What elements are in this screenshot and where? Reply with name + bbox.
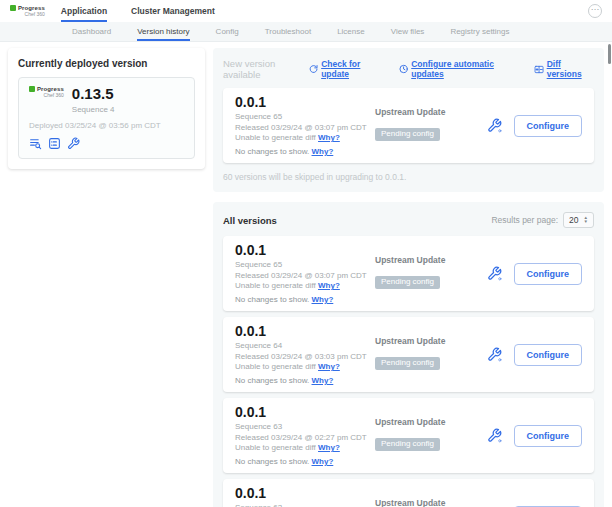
edit-config-icon[interactable] xyxy=(487,428,502,443)
release-diff-note: Unable to generate diff Why? xyxy=(235,133,367,144)
release-sequence: Sequence 64 xyxy=(235,341,367,352)
release-version: 0.0.1 xyxy=(235,323,367,339)
release-row: 0.0.1 Sequence 63 Released 03/29/24 @ 02… xyxy=(223,398,594,473)
console-subnav: DashboardVersion historyConfigTroublesho… xyxy=(0,22,612,42)
new-version-section: New version available Check for update xyxy=(213,48,604,192)
deployed-version-number: 0.13.5 xyxy=(72,86,115,102)
release-row: 0.0.1 Sequence 65 Released 03/29/24 @ 03… xyxy=(223,236,594,311)
configure-button[interactable]: Configure xyxy=(514,425,583,447)
logo-text-line2: Chef 360 xyxy=(25,12,45,17)
release-timestamp: Released 03/29/24 @ 02:27 pm CDT xyxy=(235,433,367,444)
clock-icon xyxy=(399,64,408,74)
edit-config-icon[interactable] xyxy=(487,118,502,133)
release-row: 0.0.1 Sequence 64 Released 03/29/24 @ 03… xyxy=(223,317,594,392)
release-type-label: Upstream Update xyxy=(375,417,479,427)
subnav-tab[interactable]: Version history xyxy=(137,22,189,41)
all-versions-section: All versions Results per page: 20 ▲▼ xyxy=(213,202,604,507)
release-type-label: Upstream Update xyxy=(375,107,479,117)
release-changes-note: No changes to show. Why? xyxy=(235,457,367,468)
deployed-sequence: Sequence 4 xyxy=(72,105,115,114)
diff-why-link[interactable]: Why? xyxy=(318,281,340,290)
release-diff-note: Unable to generate diff Why? xyxy=(235,362,367,373)
version-actions: Check for update Configure automatic upd… xyxy=(309,59,594,79)
edit-config-icon[interactable] xyxy=(67,137,80,150)
diff-why-link[interactable]: Why? xyxy=(318,443,340,452)
release-sequence: Sequence 63 xyxy=(235,422,367,433)
diff-why-link[interactable]: Why? xyxy=(318,133,340,142)
release-changes-note: No changes to show. Why? xyxy=(235,295,367,306)
currently-deployed-panel: Currently deployed version Progress Chef… xyxy=(8,48,205,169)
diff-versions-link[interactable]: Diff versions xyxy=(534,59,594,79)
scrollbar-thumb[interactable] xyxy=(608,44,611,64)
deployed-version-card: Progress Chef 360 0.13.5 Sequence 4 Depl… xyxy=(18,77,195,159)
release-diff-note: Unable to generate diff Why? xyxy=(235,443,367,454)
release-list: 0.0.1 Sequence 65 Released 03/29/24 @ 03… xyxy=(223,236,594,507)
admin-console: Progress Chef 360 ApplicationCluster Man… xyxy=(0,0,612,507)
release-changes-note: No changes to show. Why? xyxy=(235,376,367,387)
release-timestamp: Released 03/29/24 @ 03:07 pm CDT xyxy=(235,123,367,134)
release-type-label: Upstream Update xyxy=(375,498,479,507)
deployed-timestamp: Deployed 03/25/24 @ 03:56 pm CDT xyxy=(29,121,184,130)
configure-button[interactable]: Configure xyxy=(514,263,583,285)
app-logo: Progress Chef 360 xyxy=(10,0,45,22)
subnav-tab[interactable]: Registry settings xyxy=(450,22,509,41)
main-content: Currently deployed version Progress Chef… xyxy=(0,42,612,507)
configure-button[interactable]: Configure xyxy=(514,344,583,366)
top-nav-tab[interactable]: Cluster Management xyxy=(131,0,215,22)
top-nav-tab[interactable]: Application xyxy=(61,0,107,22)
deployed-actions xyxy=(29,137,184,150)
view-logs-icon[interactable] xyxy=(29,137,42,150)
logo-icon xyxy=(29,86,35,92)
new-version-card: 0.0.1 Sequence 65 Released 03/29/24 @ 03… xyxy=(223,88,594,163)
all-versions-title: All versions xyxy=(223,215,277,226)
release-version: 0.0.1 xyxy=(235,404,367,420)
release-sequence: Sequence 65 xyxy=(235,112,367,123)
changes-why-link[interactable]: Why? xyxy=(312,147,334,156)
select-arrows-icon: ▲▼ xyxy=(584,216,588,225)
results-per-page-label: Results per page: xyxy=(491,215,558,225)
status-badge: Pending config xyxy=(375,438,440,451)
changes-why-link[interactable]: Why? xyxy=(312,376,334,385)
right-column: New version available Check for update xyxy=(213,48,604,507)
ellipsis-icon: ⋯ xyxy=(591,6,600,14)
release-type-label: Upstream Update xyxy=(375,336,479,346)
subnav-tab[interactable]: Dashboard xyxy=(72,22,111,41)
release-version: 0.0.1 xyxy=(235,485,367,501)
overflow-menu-button[interactable]: ⋯ xyxy=(588,4,602,18)
subnav-tab[interactable]: License xyxy=(337,22,365,41)
edit-config-icon[interactable] xyxy=(487,347,502,362)
results-per-page: Results per page: 20 ▲▼ xyxy=(491,212,594,228)
deployed-panel-title: Currently deployed version xyxy=(18,58,195,69)
subnav-tab[interactable]: Config xyxy=(216,22,239,41)
check-for-update-link[interactable]: Check for update xyxy=(309,59,385,79)
diff-icon xyxy=(534,64,544,75)
release-type-label: Upstream Update xyxy=(375,255,479,265)
edit-config-icon[interactable] xyxy=(487,266,502,281)
release-changes-note: No changes to show. Why? xyxy=(235,147,367,158)
top-bar: Progress Chef 360 ApplicationCluster Man… xyxy=(0,0,612,22)
subnav-tab[interactable]: Troubleshoot xyxy=(265,22,311,41)
release-row: 0.0.1 Sequence 62 Released 03/29/24 @ 02… xyxy=(223,479,594,507)
changes-why-link[interactable]: Why? xyxy=(312,457,334,466)
status-badge: Pending config xyxy=(375,276,440,289)
left-column: Currently deployed version Progress Chef… xyxy=(8,48,205,169)
release-timestamp: Released 03/29/24 @ 03:03 pm CDT xyxy=(235,352,367,363)
release-diff-note: Unable to generate diff Why? xyxy=(235,281,367,292)
top-nav: ApplicationCluster Management xyxy=(61,0,215,22)
release-timestamp: Released 03/29/24 @ 03:07 pm CDT xyxy=(235,271,367,282)
configure-automatic-updates-link[interactable]: Configure automatic updates xyxy=(399,59,520,79)
subnav-tab[interactable]: View files xyxy=(391,22,425,41)
release-sequence: Sequence 62 xyxy=(235,503,367,507)
results-per-page-select[interactable]: 20 ▲▼ xyxy=(563,212,594,228)
release-notes-icon[interactable] xyxy=(48,137,61,150)
skip-note: 60 versions will be skipped in upgrading… xyxy=(223,172,594,182)
changes-why-link[interactable]: Why? xyxy=(312,295,334,304)
status-badge: Pending config xyxy=(375,357,440,370)
configure-button[interactable]: Configure xyxy=(514,115,583,137)
diff-why-link[interactable]: Why? xyxy=(318,362,340,371)
new-version-title: New version available xyxy=(223,58,309,80)
release-version: 0.0.1 xyxy=(235,94,367,110)
app-logo-small: Progress Chef 360 xyxy=(29,86,64,98)
logo-icon xyxy=(10,5,16,11)
refresh-icon xyxy=(309,64,318,74)
